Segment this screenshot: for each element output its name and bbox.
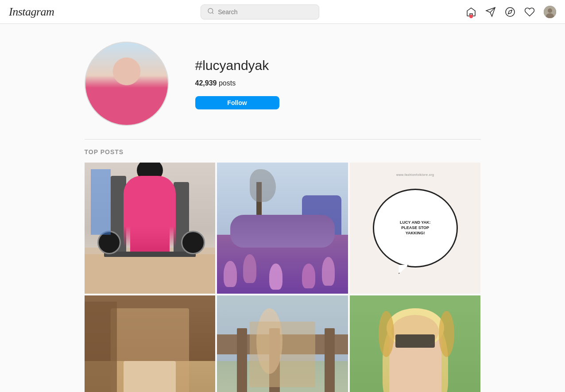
post-item[interactable]: www.fashionfolklore.org LUCY AND YAK:PLE… bbox=[350, 163, 481, 294]
top-posts-label: Top Posts bbox=[85, 148, 481, 155]
follow-button[interactable]: Follow bbox=[195, 96, 279, 109]
profile-avatar-nav[interactable] bbox=[544, 6, 556, 18]
explore-nav-icon[interactable] bbox=[505, 7, 515, 17]
home-nav-icon[interactable] bbox=[466, 7, 476, 17]
search-icon bbox=[207, 8, 214, 16]
post-item[interactable] bbox=[217, 295, 348, 392]
svg-line-1 bbox=[212, 12, 213, 14]
svg-point-2 bbox=[506, 8, 515, 16]
post-item[interactable] bbox=[85, 163, 216, 294]
speech-text: LUCY AND YAK:PLEASE STOPYAKKING! bbox=[400, 220, 431, 236]
search-input[interactable] bbox=[218, 8, 313, 16]
notification-dot bbox=[469, 15, 473, 18]
profile-section: #lucyandyak 42,939 posts Follow bbox=[76, 24, 490, 139]
post-image-2 bbox=[217, 163, 348, 294]
post-image-6 bbox=[350, 295, 481, 392]
profile-avatar bbox=[85, 42, 169, 126]
send-nav-icon[interactable] bbox=[485, 7, 496, 17]
posts-count: 42,939 posts bbox=[195, 79, 481, 87]
post-item[interactable] bbox=[217, 163, 348, 294]
post-image-5 bbox=[217, 295, 348, 392]
instagram-logo: Instagram bbox=[9, 5, 54, 19]
header-nav bbox=[466, 6, 556, 18]
search-bar[interactable] bbox=[201, 4, 319, 19]
svg-point-0 bbox=[208, 8, 213, 13]
svg-point-5 bbox=[548, 8, 552, 13]
section-divider bbox=[85, 139, 481, 140]
post-image-4 bbox=[85, 295, 216, 392]
speech-bubble: LUCY AND YAK:PLEASE STOPYAKKING! bbox=[373, 189, 458, 267]
main-content: Top Posts bbox=[76, 139, 490, 392]
activity-nav-icon[interactable] bbox=[524, 7, 535, 17]
svg-marker-3 bbox=[508, 10, 512, 13]
profile-info: #lucyandyak 42,939 posts Follow bbox=[195, 58, 481, 109]
header: Instagram bbox=[0, 0, 565, 24]
post-item[interactable] bbox=[85, 295, 216, 392]
post-item[interactable] bbox=[350, 295, 481, 392]
profile-hashtag: #lucyandyak bbox=[195, 58, 481, 73]
posts-grid: www.fashionfolklore.org LUCY AND YAK:PLE… bbox=[85, 163, 481, 392]
post-image-3: www.fashionfolklore.org LUCY AND YAK:PLE… bbox=[350, 163, 481, 294]
post-image-1 bbox=[85, 163, 216, 294]
site-url: www.fashionfolklore.org bbox=[396, 173, 434, 176]
profile-image bbox=[85, 43, 168, 125]
